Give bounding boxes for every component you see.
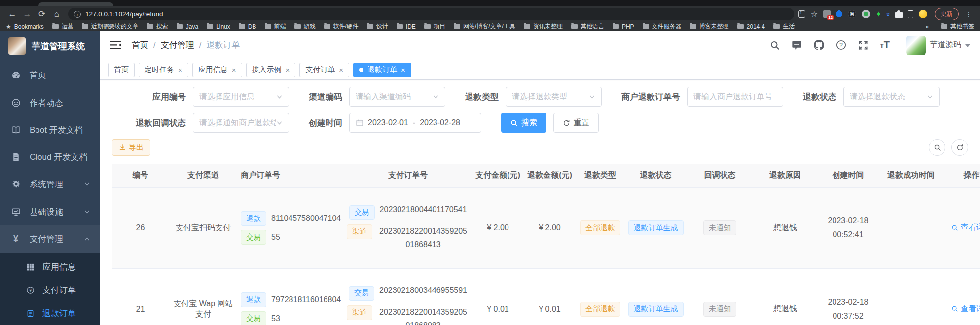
search-button[interactable]: 搜索 xyxy=(501,113,546,133)
back-button[interactable]: ← xyxy=(5,8,20,21)
other-bookmarks[interactable]: 其他书签 xyxy=(941,22,974,31)
bookmark-label: Java xyxy=(186,23,198,30)
sidebar-item-author[interactable]: 作者动态 xyxy=(0,89,100,116)
extensions-puzzle-icon[interactable] xyxy=(895,10,903,18)
extension-camera-icon[interactable] xyxy=(862,10,870,18)
refund-type-select[interactable]: 请选择退款类型 xyxy=(506,87,602,107)
folder-icon xyxy=(324,24,330,29)
view-details-link[interactable]: 查看详情 xyxy=(951,222,980,233)
message-icon[interactable] xyxy=(792,40,802,50)
bookmark-folder[interactable]: 文件服务器 xyxy=(643,22,682,31)
callback-status-select[interactable]: 请选择通知商户退款结果 xyxy=(193,113,289,133)
sidebar-item-home[interactable]: 首页 xyxy=(0,62,100,89)
view-details-link[interactable]: 查看详情 xyxy=(951,304,980,314)
refund-status-select[interactable]: 请选择退款状态 xyxy=(843,87,940,107)
font-size-icon[interactable]: тT xyxy=(880,39,890,51)
bookmark-folder[interactable]: 游戏 xyxy=(294,22,316,31)
bookmark-folder[interactable]: 网站/博客/文章/工具 xyxy=(454,22,515,31)
close-icon[interactable]: × xyxy=(339,66,343,73)
bookmark-folder[interactable]: 资讯未整理 xyxy=(524,22,563,31)
close-icon[interactable]: × xyxy=(401,66,405,73)
refund-table: 编号 支付渠道 商户订单号 支付订单号 支付金额(元) 退款金额(元) 退款类型… xyxy=(112,164,980,325)
channel-code-select[interactable]: 请输入渠道编码 xyxy=(349,87,445,107)
tab-pay-order[interactable]: 支付订单× xyxy=(299,63,349,77)
sidebar-item-infra[interactable]: 基础设施 xyxy=(0,198,100,225)
chevron-down-icon xyxy=(276,120,283,126)
bookmark-folder[interactable]: 软件/硬件 xyxy=(324,22,359,31)
bookmark-star-icon[interactable]: ☆ xyxy=(811,9,818,19)
github-icon[interactable] xyxy=(814,40,824,50)
sidebar-item-refund-order[interactable]: 退款订单 xyxy=(0,302,100,325)
yuan-icon: ¥ xyxy=(10,234,22,243)
sidebar-collapse-icon[interactable] xyxy=(110,40,121,50)
bookmarks-overflow-icon[interactable]: » xyxy=(925,23,929,30)
bookmark-label: 生活 xyxy=(783,22,795,31)
merchant-refund-no-input[interactable]: 请输入商户退款订单号 xyxy=(687,87,783,107)
fullscreen-icon[interactable] xyxy=(858,40,868,50)
close-icon[interactable]: × xyxy=(286,66,290,73)
tab-scheduled-jobs[interactable]: 定时任务× xyxy=(139,63,188,77)
bookmark-folder[interactable]: 设计 xyxy=(367,22,388,31)
help-icon[interactable]: ? xyxy=(836,40,846,50)
sidebar-item-pay-order[interactable]: ¥ 支付订单 xyxy=(0,279,100,302)
close-icon[interactable]: × xyxy=(178,66,182,73)
search-icon[interactable] xyxy=(770,40,780,50)
browser-menu-icon[interactable]: ⋮ xyxy=(964,10,973,18)
chevron-down-icon xyxy=(276,94,283,100)
bookmark-folder[interactable]: PHP xyxy=(613,23,634,30)
extension-star-icon[interactable]: ✦ xyxy=(875,10,882,19)
sidebar-item-cloud-docs[interactable]: Cloud 开发文档 xyxy=(0,144,100,171)
app-logo[interactable]: 芋道管理系统 xyxy=(0,31,100,62)
extension-red-icon[interactable]: 12 xyxy=(823,10,831,18)
site-info-icon[interactable]: i xyxy=(74,11,81,18)
breadcrumb-home[interactable]: 首页 xyxy=(132,39,148,51)
bookmark-folder[interactable]: 前端 xyxy=(265,22,286,31)
bookmark-folder[interactable]: 博客未整理 xyxy=(690,22,729,31)
share-icon[interactable] xyxy=(798,10,805,18)
browser-tab[interactable] xyxy=(38,2,113,6)
reset-button[interactable]: 重置 xyxy=(553,113,599,133)
toggle-search-button[interactable] xyxy=(929,139,945,156)
sidebar-item-boot-docs[interactable]: Boot 开发文档 xyxy=(0,116,100,144)
bookmark-folder[interactable]: 2014-4 xyxy=(737,23,765,30)
profile-avatar-icon[interactable] xyxy=(919,10,927,18)
tab-app-info[interactable]: 应用信息× xyxy=(192,63,242,77)
forward-button[interactable]: → xyxy=(20,8,35,21)
breadcrumb-payment[interactable]: 支付管理 xyxy=(161,39,194,51)
bookmark-folder[interactable]: 生活 xyxy=(773,22,795,31)
tab-integration-demo[interactable]: 接入示例× xyxy=(246,63,296,77)
close-icon[interactable]: × xyxy=(232,66,236,73)
home-button[interactable]: ⌂ xyxy=(49,8,64,21)
sidebar-item-payment[interactable]: ¥ 支付管理 xyxy=(0,225,100,253)
sidebar-item-system[interactable]: 系统管理 xyxy=(0,171,100,198)
folder-icon xyxy=(941,24,947,29)
device-toolbar-icon[interactable] xyxy=(908,10,913,18)
bookmark-folder[interactable]: 运营 xyxy=(52,22,73,31)
payment-submenu: 应用信息 ¥ 支付订单 退款订单 xyxy=(0,253,100,325)
address-bar[interactable]: i 127.0.0.1:1024/pay/refund xyxy=(68,8,794,20)
reload-button[interactable]: ⟳ xyxy=(35,8,49,21)
date-range-picker[interactable]: 2023-02-01 - 2023-02-28 xyxy=(349,113,481,133)
bookmark-folder[interactable]: 近期需要读的文章 xyxy=(82,22,139,31)
app-id-select[interactable]: 请选择应用信息 xyxy=(193,87,289,107)
user-menu[interactable]: 芋道源码 xyxy=(906,36,970,55)
breadcrumb-separator: / xyxy=(199,40,202,50)
sidebar-item-app-info[interactable]: 应用信息 xyxy=(0,255,100,279)
export-button[interactable]: 导出 xyxy=(112,139,150,156)
bookmark-folder[interactable]: 搜索 xyxy=(147,22,168,31)
extension-command-icon[interactable]: ⌘ xyxy=(848,10,856,18)
bookmarks-root[interactable]: ★Bookmarks xyxy=(6,23,44,30)
bookmark-folder[interactable]: Linux xyxy=(207,23,230,30)
extension-pin-icon[interactable] xyxy=(836,11,842,17)
bookmark-folder[interactable]: 其他语言 xyxy=(571,22,604,31)
bookmark-folder[interactable]: Java xyxy=(177,23,198,30)
bookmark-folder[interactable]: IDE xyxy=(397,23,416,30)
user-avatar xyxy=(906,36,926,55)
refresh-button[interactable] xyxy=(951,139,968,156)
bookmark-folder[interactable]: DB xyxy=(239,23,256,30)
chrome-update-button[interactable]: 更新 xyxy=(935,8,959,20)
extension-chevrons-icon[interactable]: » xyxy=(885,13,892,15)
tab-refund-order[interactable]: 退款订单× xyxy=(353,63,411,77)
bookmark-folder[interactable]: 项目 xyxy=(424,22,445,31)
tab-home[interactable]: 首页 xyxy=(108,63,135,77)
